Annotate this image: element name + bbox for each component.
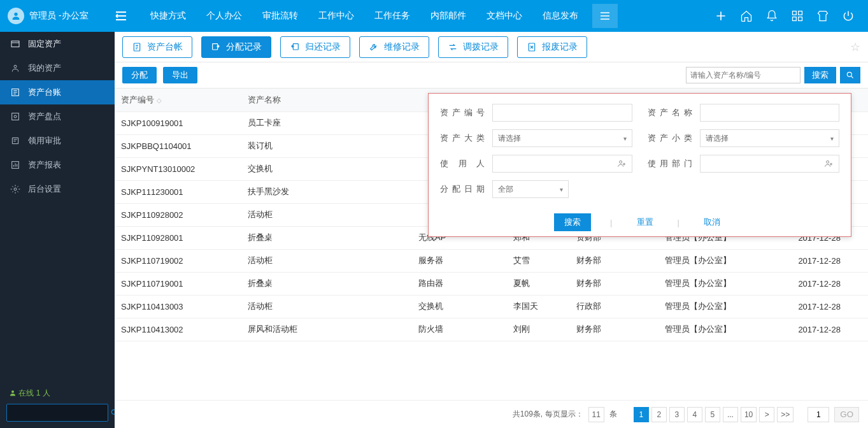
svg-rect-16 [293,43,298,49]
pagination: 共109条, 每页显示： 11 条 12345...10>>> GO [115,400,868,428]
page-4[interactable]: 4 [687,407,702,422]
chevron-down-icon: ▾ [560,186,563,193]
tab-ledger[interactable]: 资产台帐 [122,36,192,58]
table-row[interactable]: SJKP110413002屏风和活动柜防火墙刘刚财务部管理员【办公室】2017-… [115,318,868,341]
svg-point-11 [14,188,17,190]
pager-total: 共109条, 每页显示： [513,409,583,420]
user-label: 管理员 -办公室 [29,10,89,22]
online-status: 在线 1 人 [6,388,108,399]
assign-button[interactable]: 分配 [122,67,157,83]
page-5[interactable]: 5 [705,407,720,422]
nav-shortcut[interactable]: 快捷方式 [140,0,196,32]
page-2[interactable]: 2 [651,407,667,422]
goto-page-input[interactable] [808,407,829,422]
avatar[interactable] [8,8,24,24]
tab-label: 资产台帐 [147,41,183,53]
tab-label: 分配记录 [226,41,262,53]
nav-workcenter[interactable]: 工作中心 [308,0,364,32]
nav-approval[interactable]: 审批流转 [252,0,308,32]
svg-point-18 [847,72,851,76]
svg-rect-15 [213,43,218,49]
bell-icon[interactable] [765,9,779,23]
sidebar-item-inventory[interactable]: 资产盘点 [0,104,115,129]
tab-label: 归还记录 [305,41,341,53]
sidebar-item-my-assets[interactable]: 我的资产 [0,56,115,80]
search-button[interactable]: 搜索 [804,67,836,83]
filter-category-major[interactable]: 请选择▾ [492,129,632,147]
tab-scrap[interactable]: 报废记录 [517,36,587,58]
filter-asset-name[interactable] [700,104,840,122]
tab-label: 报废记录 [542,41,578,53]
popup-reset-button[interactable]: 重置 [632,217,658,228]
svg-point-19 [619,160,622,163]
chevron-down-icon: ▾ [830,135,834,142]
sidebar-item-label: 资产盘点 [28,111,61,122]
sidebar-item-settings[interactable]: 后台设置 [0,177,115,201]
sidebar-item-asset-ledger[interactable]: 资产台账 [0,80,115,104]
search-input[interactable] [686,67,800,83]
col-asset-name[interactable]: 资产名称 [241,89,412,111]
nav-tasks[interactable]: 工作任务 [364,0,420,32]
svg-rect-3 [793,17,797,21]
sidebar-item-fixed-assets[interactable]: 固定资产 [0,32,115,56]
table-row[interactable]: SJKP110413003活动柜交换机李国天行政部管理员【办公室】2017-12… [115,295,868,318]
person-picker-icon[interactable] [823,159,834,169]
person-picker-icon[interactable] [616,159,627,169]
tab-transfer[interactable]: 调拨记录 [438,36,508,58]
page->>[interactable]: >> [777,407,793,422]
plus-icon[interactable] [714,9,728,23]
sidebar-item-label: 资产报表 [28,159,61,171]
export-button[interactable]: 导出 [163,67,197,83]
tab-assign[interactable]: 分配记录 [201,36,271,58]
nav-docs[interactable]: 文档中心 [476,0,532,32]
filter-user[interactable] [492,155,632,173]
sort-icon[interactable]: ◇ [157,97,162,104]
tab-label: 维修记录 [384,41,420,53]
filter-category-minor[interactable]: 请选择▾ [700,129,840,147]
apps-icon[interactable] [790,9,804,23]
popup-cancel-button[interactable]: 取消 [699,217,725,228]
nav-publish[interactable]: 信息发布 [532,0,588,32]
sidebar-search-input[interactable] [7,408,110,417]
sidebar-search[interactable] [6,404,108,422]
tab-repair[interactable]: 维修记录 [359,36,429,58]
svg-point-12 [11,390,14,393]
advanced-search-popup: 资产编号 资产名称 资产大类请选择▾ 资产小类请选择▾ 使用人 使用部门 分配日… [428,93,851,237]
page-1[interactable]: 1 [634,407,649,422]
goto-button[interactable]: GO [834,407,859,422]
top-nav: 快捷方式 个人办公 审批流转 工作中心 工作任务 内部邮件 文档中心 信息发布 [140,0,618,32]
svg-point-9 [14,115,17,118]
nav-personal[interactable]: 个人办公 [196,0,252,32]
page-10[interactable]: 10 [741,407,757,422]
filter-dept[interactable] [700,155,840,173]
tab-return[interactable]: 归还记录 [280,36,350,58]
home-icon[interactable] [739,9,753,23]
svg-point-20 [827,160,829,163]
page-...[interactable]: ... [723,407,738,422]
sidebar-toggle[interactable] [115,11,140,21]
sidebar-item-borrow-approval[interactable]: 领用审批 [0,129,115,153]
svg-rect-2 [799,11,802,15]
power-icon[interactable] [841,9,855,23]
advanced-search-button[interactable] [840,67,860,83]
page->[interactable]: > [759,407,774,422]
svg-point-0 [14,13,17,16]
per-page-select[interactable]: 11 [588,407,604,422]
tab-label: 调拨记录 [463,41,499,53]
table-row[interactable]: SJKP110719002活动柜服务器艾雪财务部管理员【办公室】2017-12-… [115,249,868,272]
table-row[interactable]: SJKP110719001折叠桌路由器夏帆财务部管理员【办公室】2017-12-… [115,272,868,295]
filter-date[interactable]: 全部▾ [492,180,569,198]
svg-rect-8 [12,113,19,120]
sidebar-item-reports[interactable]: 资产报表 [0,153,115,177]
nav-mail[interactable]: 内部邮件 [420,0,476,32]
popup-search-button[interactable]: 搜索 [554,213,591,231]
sidebar-item-label: 领用审批 [28,135,61,146]
page-3[interactable]: 3 [669,407,685,422]
col-asset-id[interactable]: 资产编号 ◇ [115,89,241,111]
nav-more[interactable] [592,4,618,28]
svg-rect-4 [799,17,802,21]
theme-icon[interactable] [816,9,830,23]
svg-rect-5 [11,41,19,46]
star-icon[interactable]: ☆ [850,40,860,54]
filter-asset-id[interactable] [492,104,632,122]
